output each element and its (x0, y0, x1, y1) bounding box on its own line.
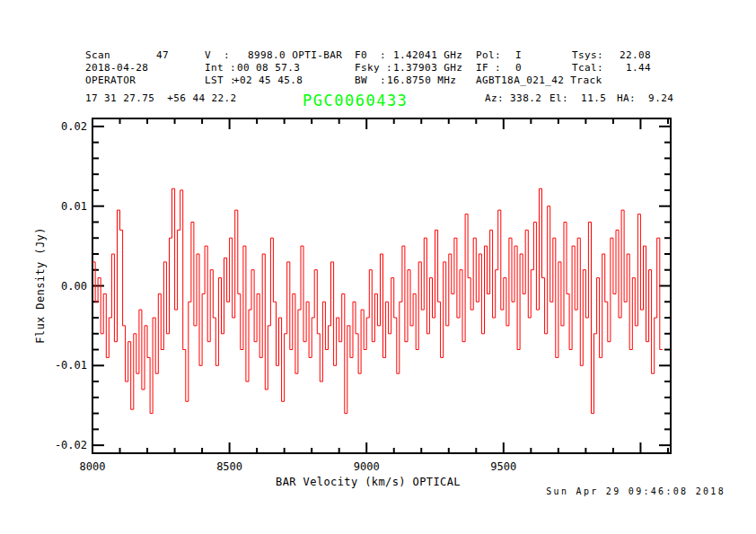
y-tick-label: -0.01 (55, 359, 87, 372)
y-axis-label: Flux Density (Jy) (34, 227, 47, 344)
y-tick-label: 0.02 (61, 120, 87, 133)
spectrum-plot-canvas[interactable]: 80008500900095000.020.010.00-0.01-0.02 (0, 0, 756, 534)
gbtidl-plotter-window: Scan 47 V : 8998.0 OPTI-BAR F0 : 1.42041… (0, 0, 756, 534)
plot-frame (92, 118, 671, 453)
spectrum-trace (92, 188, 663, 413)
y-tick-label: 0.00 (61, 280, 87, 293)
x-tick-label: 8000 (80, 460, 106, 473)
y-tick-label: 0.01 (61, 200, 87, 213)
x-tick-label: 9500 (490, 460, 516, 473)
y-tick-label: -0.02 (55, 439, 87, 451)
x-tick-label: 8500 (216, 460, 242, 473)
x-axis-label: BAR Velocity (km/s) OPTICAL (276, 476, 461, 488)
plot-timestamp: Sun Apr 29 09:46:08 2018 (546, 486, 725, 496)
x-tick-label: 9000 (354, 460, 380, 473)
